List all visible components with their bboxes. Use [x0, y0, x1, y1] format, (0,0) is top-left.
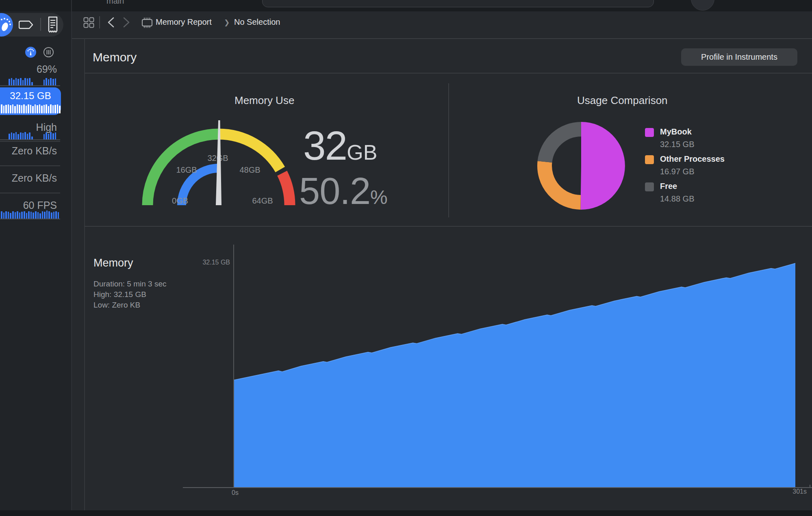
tab-tag[interactable] [19, 19, 34, 31]
chevron-left-icon [106, 16, 115, 28]
columns-view-toggle[interactable] [43, 47, 54, 58]
header-divider [85, 73, 812, 74]
sidebar-row-divider [0, 141, 60, 142]
breadcrumb-separator: ❯ [224, 18, 230, 27]
legend-row-free: Free 14.88 GB [645, 182, 799, 206]
memory-used-readout: 32GB [303, 125, 377, 166]
memory-used-value: 32 [303, 125, 347, 166]
breadcrumb-memory-report[interactable]: Memory Report [156, 17, 212, 27]
gauge-network-label[interactable]: Zero KB/s [0, 172, 57, 184]
legend-swatch-mybook [645, 128, 654, 137]
usage-comparison-donut-chart [532, 117, 630, 215]
gauge-memory-selected[interactable]: 32.15 GB [0, 87, 61, 115]
sidebar-split-divider[interactable] [71, 0, 72, 516]
usage-comparison-title: Usage Comparison [577, 94, 668, 107]
chart-baseline [0, 85, 60, 86]
receipt-icon [46, 16, 59, 33]
legend-value: 32.15 GB [660, 140, 695, 149]
percent-sign: % [370, 188, 388, 207]
legend-row-mybook: MyBook 32.15 GB [645, 127, 799, 152]
memory-gauge-value: 32.15 GB [0, 90, 61, 102]
breadcrumb-no-selection[interactable]: No Selection [234, 17, 280, 27]
legend-name: Free [660, 182, 677, 191]
sidebar-row-divider [0, 165, 60, 166]
activity-view[interactable] [262, 0, 654, 7]
fps-history-chart [1, 210, 59, 219]
x-axis-start-label: 0s [232, 489, 239, 496]
gauge-fps-label[interactable]: 60 FPS [0, 199, 57, 211]
grid-icon [83, 17, 94, 28]
panel-divider [448, 83, 449, 217]
columns-view-icon [43, 47, 54, 58]
legend-swatch-free [645, 182, 654, 191]
low-label: Low: Zero KB [93, 301, 140, 310]
gauge-view-icon [25, 47, 36, 58]
debug-navigator-sidebar: 69% 32.15 GB High Zero KB/s Zero KB/s 60… [0, 11, 71, 510]
memory-used-percent: 50.2% [299, 172, 388, 210]
tab-gauges-selected[interactable] [0, 13, 13, 37]
gauge-needle [134, 114, 305, 211]
chart-baseline [0, 139, 60, 140]
report-left-edge [84, 39, 85, 510]
jumpbar-bottom-divider [72, 38, 812, 39]
gauge-energy-label[interactable]: High [0, 121, 57, 133]
jumpbar-divider [99, 16, 100, 28]
gauge-view-toggle[interactable] [25, 47, 36, 58]
duration-label: Duration: 5 min 3 sec [93, 280, 167, 288]
profile-in-instruments-button[interactable]: Profile in Instruments [681, 48, 797, 66]
memory-used-unit: GB [347, 142, 377, 163]
tab-divider [40, 18, 41, 31]
memory-use-title: Memory Use [234, 94, 294, 107]
x-axis-end-label: 301s [772, 488, 807, 495]
gauge-disk-label[interactable]: Zero KB/s [0, 145, 57, 157]
legend-row-other: Other Processes 16.97 GB [645, 154, 799, 179]
memory-chip-icon [140, 17, 154, 28]
gauge-cpu-label[interactable]: 69% [0, 63, 57, 75]
legend-swatch-other [645, 155, 654, 164]
memory-history-title: Memory [93, 257, 133, 269]
legend-name: MyBook [660, 127, 692, 137]
percent-value: 50.2 [299, 172, 370, 210]
editor-layout-button[interactable] [83, 17, 94, 28]
memory-history-chart [1, 104, 61, 113]
legend-value: 16.97 GB [660, 167, 695, 176]
back-button[interactable] [106, 16, 115, 28]
chevron-right-icon [122, 16, 131, 28]
debug-bar [0, 510, 812, 516]
xcode-memory-report-window: main [0, 0, 812, 516]
toolbar-avatar[interactable] [691, 0, 714, 11]
energy-history-chart [9, 132, 56, 140]
memory-history-area-chart [183, 244, 812, 492]
legend-name: Other Processes [660, 154, 725, 164]
scheme-label[interactable]: main [106, 0, 124, 6]
legend-value: 14.88 GB [660, 194, 695, 204]
page-title: Memory [93, 50, 137, 64]
panels-bottom-divider [85, 226, 812, 227]
tab-report[interactable] [46, 16, 59, 33]
chart-baseline [0, 219, 60, 219]
toolbar: main [0, 0, 812, 11]
forward-button[interactable] [122, 16, 131, 28]
sidebar-row-divider [0, 193, 60, 193]
high-label: High: 32.15 GB [93, 290, 146, 299]
cpu-history-chart [9, 78, 56, 86]
tag-icon [19, 19, 34, 31]
footprint-icon [0, 13, 13, 37]
